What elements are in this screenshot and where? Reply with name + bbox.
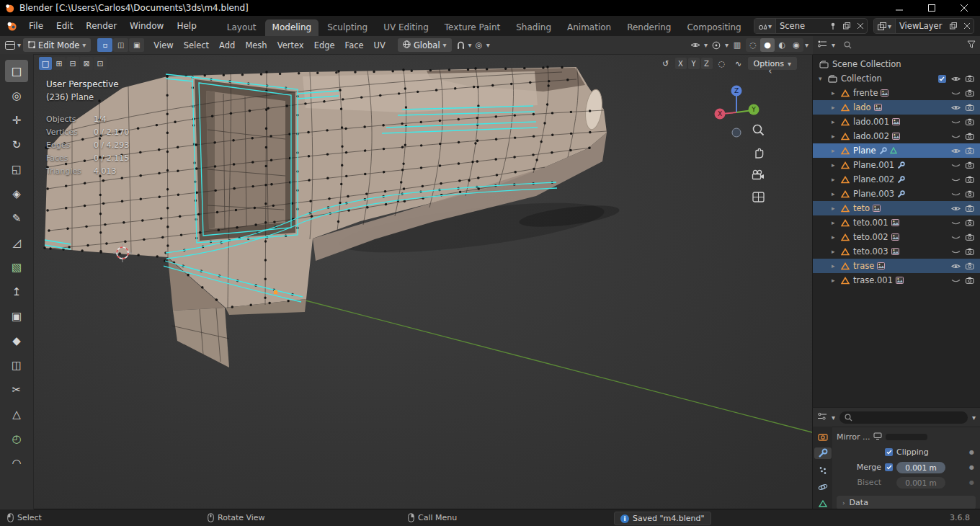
unlink-scene-icon[interactable]: [854, 19, 867, 33]
outliner-object-row[interactable]: ▸ Plane.002: [813, 172, 980, 187]
mirror-axis-x-toggle[interactable]: X: [675, 58, 687, 69]
zoom-icon[interactable]: [749, 121, 767, 138]
mode-dropdown[interactable]: Edit Mode ▾: [23, 38, 91, 52]
select-extend-button[interactable]: ⊞: [53, 57, 66, 70]
hide-in-viewport-eye-icon[interactable]: [948, 177, 963, 183]
expand-arrow-icon[interactable]: ▸: [832, 176, 840, 183]
hide-in-viewport-eye-icon[interactable]: [948, 119, 963, 125]
hide-in-viewport-eye-icon[interactable]: [948, 162, 963, 169]
editor-type-icon[interactable]: [3, 38, 17, 52]
menu-edit[interactable]: Edit: [50, 17, 79, 36]
disable-in-render-camera-icon[interactable]: [963, 262, 977, 269]
blender-menu-logo-icon[interactable]: [6, 21, 18, 32]
tab-texture-paint[interactable]: Texture Paint: [437, 19, 507, 36]
outliner-object-row[interactable]: ▸ frente: [813, 86, 980, 100]
disable-in-render-camera-icon[interactable]: [963, 133, 977, 140]
merge-value-field[interactable]: 0.001 m: [896, 462, 945, 473]
annotate-tool-icon[interactable]: ✎: [5, 207, 28, 229]
browse-scene-icon[interactable]: ▾: [754, 19, 776, 33]
hide-in-viewport-eye-icon[interactable]: [948, 205, 963, 212]
outliner-object-row[interactable]: ▸ trase: [813, 259, 980, 273]
expand-arrow-icon[interactable]: ▸: [832, 147, 840, 154]
modifier-header-row[interactable]: Mirror ...: [837, 429, 976, 445]
object-name[interactable]: Plane.001: [853, 160, 894, 170]
outliner-object-row[interactable]: ▸ lado.002: [813, 129, 980, 143]
inset-faces-tool-icon[interactable]: ▣: [5, 305, 28, 327]
collection-row[interactable]: ▾ Collection: [813, 71, 980, 86]
outliner-object-row[interactable]: ▸ Plane.001: [813, 158, 980, 172]
properties-editor-icon[interactable]: [817, 412, 827, 423]
hide-in-viewport-eye-icon[interactable]: [948, 191, 963, 197]
properties-search-field[interactable]: [839, 411, 968, 424]
merge-checkbox[interactable]: [885, 463, 893, 471]
menu-help[interactable]: Help: [170, 17, 202, 36]
edge-select-mode-button[interactable]: ◫: [113, 38, 128, 52]
object-name[interactable]: Plane.003: [853, 189, 894, 199]
hide-in-viewport-eye-icon[interactable]: [948, 249, 963, 255]
tab-sculpting[interactable]: Sculpting: [320, 19, 375, 36]
tab-modeling[interactable]: Modeling: [265, 19, 319, 36]
outliner-object-row[interactable]: ▸ teto.001: [813, 215, 980, 230]
outliner-object-row[interactable]: ▸ Plane: [813, 143, 980, 158]
outliner-object-row[interactable]: ▸ lado.001: [813, 115, 980, 129]
disable-in-render-camera-icon[interactable]: [963, 190, 977, 197]
minimize-button[interactable]: [883, 0, 915, 16]
scene-collection-row[interactable]: Scene Collection: [813, 57, 980, 71]
scale-tool-icon[interactable]: ◱: [5, 158, 28, 180]
smooth-tool-icon[interactable]: ◠: [5, 452, 28, 474]
object-name[interactable]: trase.001: [853, 275, 893, 285]
snap-base-icon[interactable]: ◌: [715, 57, 729, 71]
hide-in-viewport-eye-icon[interactable]: [948, 277, 963, 284]
collection-eye-icon[interactable]: [948, 76, 963, 82]
object-name[interactable]: lado: [853, 102, 871, 112]
cursor-tool-icon[interactable]: ◎: [5, 84, 28, 107]
mirror-axis-z-toggle[interactable]: Z: [701, 58, 713, 69]
scene-selector[interactable]: ▾ Scene: [754, 18, 868, 34]
tab-animation[interactable]: Animation: [560, 19, 618, 36]
object-name[interactable]: frente: [853, 88, 878, 98]
rendered-shading-button[interactable]: ◉: [789, 38, 803, 52]
object-name[interactable]: lado.002: [853, 131, 889, 141]
disable-in-render-camera-icon[interactable]: [963, 147, 977, 154]
3d-viewport[interactable]: ▾ Edit Mode ▾ ▫ ◫ ▣ ViewSelectAddMeshVer…: [0, 36, 813, 509]
object-name[interactable]: lado.001: [853, 117, 889, 127]
viewport-menu-uv[interactable]: UV: [369, 37, 391, 54]
data-subpanel-header[interactable]: › Data: [837, 496, 976, 509]
vertex-select-mode-button[interactable]: ▫: [97, 38, 112, 52]
expand-arrow-icon[interactable]: ▸: [832, 262, 840, 269]
viewport-menu-vertex[interactable]: Vertex: [272, 37, 309, 54]
expand-arrow-icon[interactable]: ▸: [832, 161, 840, 169]
outliner-object-row[interactable]: ▸ teto: [813, 201, 980, 215]
clipping-checkbox[interactable]: [885, 448, 893, 456]
expand-arrow-icon[interactable]: ▸: [832, 219, 840, 226]
tab-layout[interactable]: Layout: [220, 19, 264, 36]
select-intersect-button[interactable]: ⊡: [94, 57, 107, 70]
hide-in-viewport-eye-icon[interactable]: [948, 104, 963, 111]
collection-camera-icon[interactable]: [963, 75, 977, 82]
expand-arrow-icon[interactable]: ▸: [832, 133, 840, 140]
disable-in-render-camera-icon[interactable]: [963, 104, 977, 111]
hide-in-viewport-eye-icon[interactable]: [948, 90, 963, 97]
disable-in-render-camera-icon[interactable]: [963, 233, 977, 241]
outliner-object-row[interactable]: ▸ Plane.003: [813, 187, 980, 201]
object-name[interactable]: trase: [853, 261, 874, 271]
loop-cut-tool-icon[interactable]: ◫: [5, 354, 28, 376]
viewport-menu-mesh[interactable]: Mesh: [240, 37, 272, 54]
particle-properties-tab[interactable]: [814, 465, 832, 476]
expand-arrow-icon[interactable]: ▸: [832, 118, 840, 125]
object-name[interactable]: teto.001: [853, 218, 888, 228]
extrude-region-tool-icon[interactable]: ↥: [5, 280, 28, 303]
add-cube-tool-icon[interactable]: ▧: [5, 256, 28, 278]
tab-uv-editing[interactable]: UV Editing: [376, 19, 436, 36]
camera-view-icon[interactable]: [749, 166, 767, 183]
outliner-object-row[interactable]: ▸ teto.002: [813, 230, 980, 244]
clipping-anim-dot[interactable]: ●: [969, 449, 974, 455]
object-data-properties-tab[interactable]: [814, 499, 832, 509]
viewport-menu-face[interactable]: Face: [340, 37, 369, 54]
modifier-properties-tab[interactable]: [814, 447, 832, 458]
show-gizmo-icon[interactable]: [709, 38, 723, 52]
object-name[interactable]: Plane.002: [853, 174, 894, 184]
expand-arrow-icon[interactable]: ▸: [832, 248, 840, 255]
material-shading-button[interactable]: ◐: [775, 38, 789, 52]
physics-properties-tab[interactable]: [814, 481, 832, 492]
